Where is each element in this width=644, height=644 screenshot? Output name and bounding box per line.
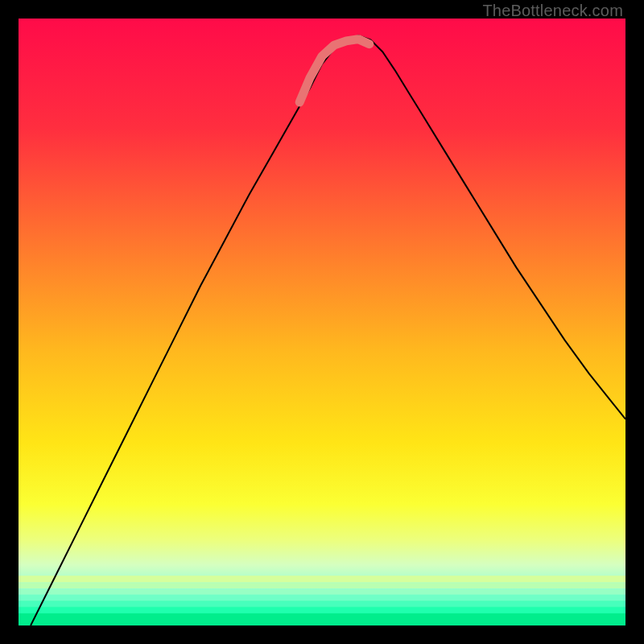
svg-rect-4 [19,601,625,607]
svg-rect-1 [19,583,625,588]
svg-rect-2 [19,589,625,595]
svg-rect-0 [19,576,625,582]
bottom-stripe-bands [19,576,625,625]
watermark-label: TheBottleneck.com [482,2,623,20]
bottleneck-chart [19,19,625,625]
gradient-background [19,19,625,625]
chart-frame: TheBottleneck.com [0,0,644,644]
svg-rect-5 [19,607,625,613]
svg-rect-6 [19,613,625,625]
svg-rect-3 [19,595,625,601]
chart-plot-area [19,19,625,625]
